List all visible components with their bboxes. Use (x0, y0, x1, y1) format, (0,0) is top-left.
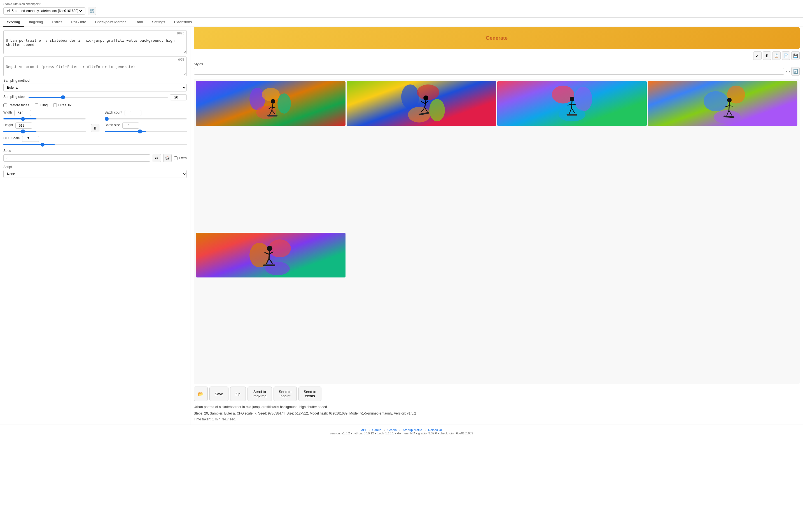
batch-size-slider[interactable] (105, 131, 187, 132)
svg-point-46 (267, 246, 272, 251)
tab-settings[interactable]: Settings (148, 18, 169, 27)
save-button[interactable]: Save (209, 386, 229, 401)
paste-button[interactable]: ↙ (753, 52, 762, 60)
swap-dimensions-button[interactable]: ⇅ (91, 124, 99, 132)
restore-faces-checkbox[interactable]: Restore faces (3, 103, 29, 107)
footer: API • Github • Gradio • Startup profile … (0, 424, 803, 438)
cfg-scale-row: CFG Scale (3, 136, 187, 146)
tiling-input[interactable] (35, 103, 38, 107)
svg-line-39 (729, 106, 733, 106)
extra-checkbox[interactable]: Extra (174, 156, 187, 160)
gallery-image-3[interactable] (497, 81, 647, 230)
hires-fix-input[interactable] (53, 103, 57, 107)
svg-point-14 (429, 99, 445, 121)
tiling-checkbox[interactable]: Tiling (35, 103, 48, 107)
recycle-seed-button[interactable]: ♻ (152, 154, 161, 162)
checkpoint-select[interactable]: v1-5-pruned-emaonly.safetensors [6ce0161… (3, 7, 86, 15)
hires-fix-checkbox[interactable]: Hires. fix (53, 103, 71, 107)
restore-faces-input[interactable] (3, 103, 7, 107)
toolbar-row: ↙ 🗑 📋 📄 💾 (194, 52, 800, 60)
save-style-button[interactable]: 💾 (791, 52, 800, 60)
gallery-image-5[interactable] (196, 233, 346, 382)
dice-seed-button[interactable]: 🎲 (163, 154, 171, 162)
generate-area: Generate ↙ 🗑 📋 📄 💾 Styles × ▾ 🔄 (194, 27, 800, 79)
main-layout: 18/75 Urban portrait of a skateboarder i… (0, 27, 803, 424)
footer-startup-link[interactable]: Startup profile (403, 428, 422, 432)
cfg-scale-input[interactable] (22, 136, 39, 142)
footer-reload-link[interactable]: Reload UI (428, 428, 442, 432)
sampling-method-label: Sampling method (3, 79, 187, 82)
styles-clear-button[interactable]: × (785, 69, 788, 74)
image-grid-bottom (196, 233, 798, 382)
negative-prompt-input[interactable] (4, 57, 186, 75)
output-info: Urban portrait of a skateboarder in mid-… (194, 404, 800, 410)
svg-point-33 (704, 91, 728, 111)
batch-size-input[interactable] (122, 122, 139, 129)
cfg-scale-slider[interactable] (3, 144, 187, 145)
gallery-image-1[interactable] (196, 81, 346, 230)
batch-count-input[interactable] (125, 110, 141, 116)
send-to-extras-button[interactable]: Send to extras (298, 386, 322, 401)
sampling-steps-slider[interactable] (29, 97, 168, 98)
svg-line-51 (269, 259, 273, 264)
copy-image-button[interactable]: 📋 (772, 52, 781, 60)
gallery-image-2[interactable] (347, 81, 496, 230)
trash-button[interactable]: 🗑 (763, 52, 771, 60)
seed-label: Seed (3, 149, 187, 153)
send-to-inpaint-button[interactable]: Send to inpaint (274, 386, 297, 401)
seed-input[interactable] (3, 154, 150, 162)
styles-input-row: × ▾ 🔄 (194, 67, 800, 76)
batch-count-row: Batch count (105, 110, 187, 120)
styles-dropdown-button[interactable]: ▾ (789, 70, 790, 73)
empty-gallery-space (347, 233, 798, 382)
svg-rect-52 (263, 265, 275, 266)
refresh-checkpoint-button[interactable]: 🔄 (88, 7, 96, 15)
svg-line-29 (571, 104, 576, 104)
width-row: Width (3, 110, 86, 120)
tab-extras[interactable]: Extras (48, 18, 66, 27)
generate-button[interactable]: Generate (194, 27, 800, 49)
svg-line-18 (421, 101, 425, 103)
doc-button[interactable]: 📄 (782, 52, 790, 60)
zip-button[interactable]: Zip (230, 386, 246, 401)
left-panel: 18/75 Urban portrait of a skateboarder i… (0, 27, 190, 424)
open-folder-button[interactable]: 📂 (194, 386, 208, 401)
send-to-img2img-button[interactable]: Send to img2img (248, 386, 272, 401)
extra-checkbox-input[interactable] (174, 156, 178, 160)
svg-line-27 (571, 101, 572, 108)
gallery-image-4[interactable] (648, 81, 798, 230)
svg-point-12 (401, 84, 419, 109)
sampling-steps-row: Sampling steps 20 (3, 94, 187, 100)
script-select[interactable]: None (3, 170, 187, 178)
height-input[interactable] (15, 122, 32, 129)
checkpoint-row: v1-5-pruned-emaonly.safetensors [6ce0161… (3, 7, 800, 15)
styles-refresh-button[interactable]: 🔄 (791, 67, 800, 76)
tab-checkpoint-merger[interactable]: Checkpoint Merger (91, 18, 130, 27)
height-slider[interactable] (3, 131, 86, 132)
restore-faces-label: Restore faces (8, 103, 29, 107)
batch-size-label: Batch size (105, 123, 120, 127)
footer-api-link[interactable]: API (361, 428, 366, 432)
tab-train[interactable]: Train (131, 18, 147, 27)
tab-extensions[interactable]: Extensions (170, 18, 196, 27)
sampling-steps-input[interactable]: 20 (170, 94, 187, 100)
sampling-method-select[interactable]: Euler a (3, 83, 187, 92)
batch-count-slider[interactable] (105, 118, 187, 119)
tab-png-info[interactable]: PNG Info (67, 18, 90, 27)
batch-size-row: Batch size (105, 122, 187, 133)
footer-gradio-link[interactable]: Gradio (387, 428, 397, 432)
styles-input[interactable] (194, 68, 784, 75)
svg-point-5 (271, 99, 275, 103)
footer-github-link[interactable]: Github (372, 428, 381, 432)
width-slider[interactable] (3, 118, 86, 119)
tab-txt2img[interactable]: txt2img (3, 18, 24, 27)
checkpoint-dropdown[interactable]: v1-5-pruned-emaonly.safetensors [6ce0161… (6, 9, 83, 13)
bottom-buttons: 📂 Save Zip Send to img2img Send to inpai… (194, 386, 800, 401)
top-bar: Stable Diffusion checkpoint v1-5-pruned-… (0, 0, 803, 18)
svg-point-36 (727, 98, 732, 102)
positive-prompt-input[interactable]: Urban portrait of a skateboarder in mid-… (4, 31, 186, 53)
output-details: Steps: 20, Sampler: Euler a, CFG scale: … (194, 411, 800, 416)
negative-prompt-counter: 0/75 (178, 58, 184, 61)
width-input[interactable] (14, 110, 31, 116)
tab-img2img[interactable]: img2img (25, 18, 47, 27)
